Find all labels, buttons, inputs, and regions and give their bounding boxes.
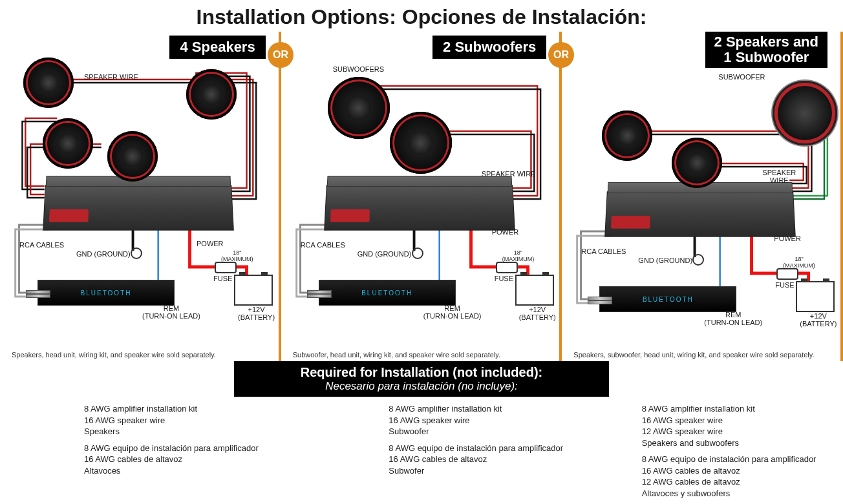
label-maxlen: 18" (MAXIMUM) [221, 250, 253, 263]
label-power: POWER [492, 228, 519, 236]
fuse-icon [776, 268, 798, 280]
ground-icon [692, 254, 704, 266]
label-speaker-wire-3: SPEAKER WIRE [762, 169, 796, 184]
rca-plug-icon [26, 290, 49, 297]
label-speaker-wire-2: SPEAKER WIRE [482, 170, 536, 178]
speaker-icon [107, 131, 158, 182]
option-label-1: 4 Speakers [169, 36, 265, 59]
fuse-icon [496, 262, 518, 273]
or-badge-2: OR [548, 42, 574, 68]
label-fuse: FUSE [213, 275, 232, 282]
label-gnd: GND (GROUND) [638, 257, 692, 264]
battery-icon [234, 275, 273, 306]
amplifier-icon [604, 191, 796, 236]
rca-plug-icon [307, 290, 330, 297]
head-unit-icon: BLUETOOTH [37, 280, 175, 306]
or-badge-1: OR [268, 42, 293, 68]
label-power: POWER [774, 235, 801, 242]
rca-plug-icon [588, 297, 611, 303]
required-banner: Required for Installation (not included)… [234, 361, 609, 397]
head-unit-icon: BLUETOOTH [599, 286, 736, 312]
speaker-icon [602, 110, 652, 161]
label-maxlen: 18" (MAXIMUM) [783, 257, 815, 269]
battery-icon [796, 281, 835, 312]
required-list-1: 8 AWG amplifier installation kit 16 AWG … [0, 399, 285, 499]
disclaimer-1: Speakers, head unit, wiring kit, and spe… [12, 351, 216, 359]
option-label-2: 2 Subwoofers [432, 36, 546, 59]
diagram-columns: 4 Speakers [0, 32, 843, 361]
page-title: Installation Options: Opciones de Instal… [0, 0, 843, 32]
diagram-1: BLUETOOTH SPEAKER WIRE POWER RCA CABLES … [6, 34, 272, 344]
label-power: POWER [197, 240, 224, 247]
option-column-3: 2 Speakers and 1 Subwoofer [562, 32, 843, 361]
label-fuse: FUSE [775, 281, 794, 289]
ground-icon [412, 247, 423, 259]
diagram-2: BLUETOOTH SUBWOOFERS SPEAKER WIRE POWER … [288, 34, 553, 344]
fuse-icon [215, 262, 237, 273]
label-subwoofers: SUBWOOFERS [333, 65, 384, 73]
required-list-2: 8 AWG amplifier installation kit 16 AWG … [285, 399, 590, 499]
required-columns: 8 AWG amplifier installation kit 16 AWG … [0, 399, 843, 499]
speaker-icon [186, 69, 237, 120]
speaker-icon [23, 58, 74, 108]
subwoofer-icon [773, 81, 837, 145]
label-maxlen: 18" (MAXIMUM) [502, 250, 535, 263]
required-title-en: Required for Installation (not included)… [240, 365, 603, 380]
label-rca: RCA CABLES [301, 241, 345, 249]
label-rem: REM (TURN-ON LEAD) [142, 304, 200, 320]
label-rca: RCA CABLES [19, 241, 64, 249]
label-battery: +12V (BATTERY) [519, 306, 556, 321]
option-column-2: 2 Subwoofers BLUETOOTH SUBWOOF [281, 32, 562, 361]
required-title-es: Necesario para instalación (no incluye): [240, 380, 603, 393]
required-list-3: 8 AWG amplifier installation kit 16 AWG … [590, 399, 843, 499]
amplifier-icon [43, 185, 234, 230]
label-battery: +12V (BATTERY) [800, 312, 837, 328]
disclaimer-3: Speakers, subwoofer, head unit, wiring k… [573, 351, 814, 359]
label-speaker-wire: SPEAKER WIRE [84, 73, 138, 81]
subwoofer-speaker-icon [390, 112, 452, 174]
speaker-icon [672, 138, 722, 188]
option-label-3: 2 Speakers and 1 Subwoofer [705, 32, 827, 68]
subwoofer-speaker-icon [328, 77, 390, 139]
label-rem: REM (TURN-ON LEAD) [704, 311, 762, 326]
battery-icon [515, 275, 554, 306]
label-gnd: GND (GROUND) [357, 250, 412, 258]
speaker-icon [43, 118, 93, 169]
label-subwoofer: SUBWOOFER [718, 73, 765, 81]
label-fuse: FUSE [495, 275, 513, 282]
disclaimer-2: Subwoofer, head unit, wiring kit, and sp… [293, 351, 500, 359]
label-rca: RCA CABLES [581, 247, 626, 255]
label-rem: REM (TURN-ON LEAD) [423, 304, 482, 320]
label-battery: +12V (BATTERY) [238, 306, 275, 321]
diagram-3: BLUETOOTH SUBWOOFER SPEAKER WIRE POWER R… [568, 34, 834, 344]
label-gnd: GND (GROUND) [76, 250, 131, 258]
option-column-1: 4 Speakers [0, 32, 281, 361]
amplifier-icon [324, 185, 515, 230]
head-unit-icon: BLUETOOTH [319, 280, 456, 306]
ground-icon [131, 247, 142, 259]
